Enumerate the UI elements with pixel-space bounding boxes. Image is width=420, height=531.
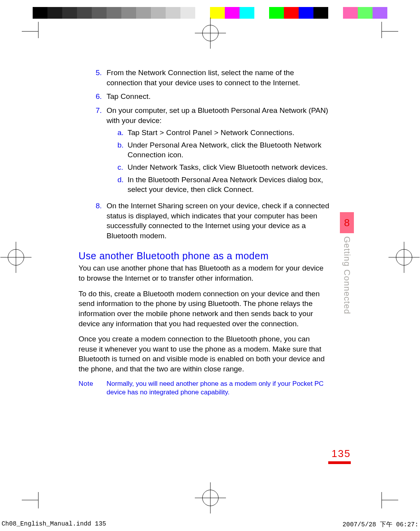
chapter-title: Getting Connected — [342, 236, 352, 314]
page-number-block: 135 — [328, 448, 351, 464]
registration-mark-icon — [396, 249, 412, 266]
page-number: 135 — [328, 448, 351, 460]
step-7b: b. Under Personal Area Network, click th… — [117, 140, 330, 160]
crop-mark — [38, 492, 38, 508]
registration-mark-icon — [8, 249, 24, 266]
chapter-tab: 8 Getting Connected — [340, 212, 354, 314]
paragraph: You can use another phone that has Bluet… — [79, 263, 330, 283]
crop-mark — [382, 31, 398, 32]
printer-color-bar — [33, 7, 387, 19]
step-7: 7. On your computer, set up a Bluetooth … — [96, 105, 330, 197]
crop-mark — [382, 492, 382, 508]
page-content: 5. From the Network Connection list, sel… — [79, 68, 330, 397]
crop-mark — [22, 500, 38, 500]
note: Note Normally, you will need another pho… — [79, 380, 330, 397]
registration-mark-icon — [202, 25, 219, 41]
step-6: 6. Tap Connect. — [96, 91, 330, 102]
note-label: Note — [79, 380, 107, 397]
step-7a: a. Tap Start > Control Panel > Network C… — [117, 128, 330, 138]
paragraph: Once you create a modem connection to th… — [79, 334, 330, 374]
step-7d: d. In the Bluetooth Personal Area Networ… — [117, 175, 330, 195]
section-heading: Use another Bluetooth phone as a modem — [79, 250, 330, 263]
footer-filename: Ch08_English_Manual.indd 135 — [2, 520, 106, 529]
step-5: 5. From the Network Connection list, sel… — [96, 68, 330, 88]
registration-mark-icon — [202, 490, 219, 506]
step-8: 8. On the Internet Sharing screen on you… — [96, 201, 330, 241]
footer-timestamp: 2007/5/28 下午 06:27: — [343, 520, 418, 529]
note-text: Normally, you will need another phone as… — [107, 380, 330, 397]
chapter-number: 8 — [344, 217, 350, 229]
crop-mark — [382, 500, 398, 500]
step-7c: c. Under Network Tasks, click View Bluet… — [117, 162, 330, 172]
crop-mark — [382, 22, 382, 38]
crop-mark — [22, 31, 38, 32]
crop-mark — [38, 22, 38, 38]
paragraph: To do this, create a Bluetooth modem con… — [79, 289, 330, 329]
print-footer: Ch08_English_Manual.indd 135 2007/5/28 下… — [0, 520, 420, 529]
